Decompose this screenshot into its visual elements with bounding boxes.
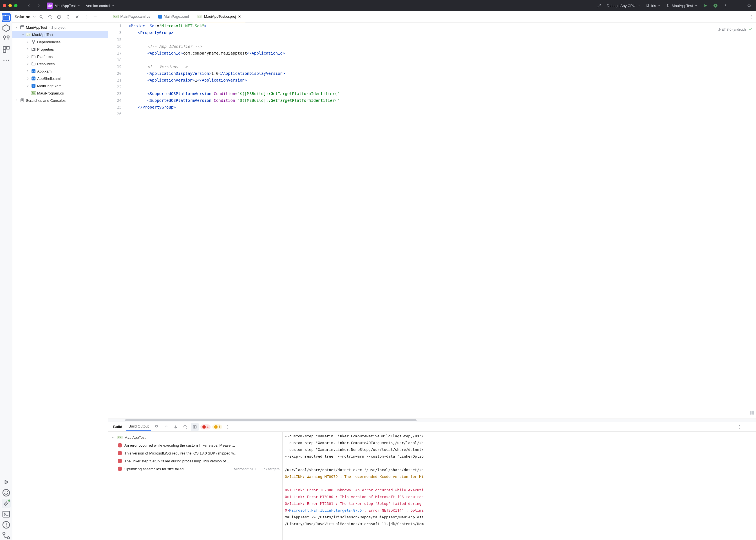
solution-tree[interactable]: MauiAppTest · 1 project C# MauiAppTest D…	[12, 23, 108, 540]
warning-count-badge[interactable]: !1	[212, 424, 222, 430]
rail-build-icon[interactable]	[2, 499, 11, 508]
rail-explorer-icon[interactable]	[2, 13, 11, 22]
tree-item[interactable]: Properties	[12, 46, 108, 53]
rail-packages-icon[interactable]	[2, 45, 11, 54]
build-error-row[interactable]: !This version of Microsoft.iOS requires …	[108, 449, 282, 457]
run-config-label: Debug | Any CPU	[607, 4, 636, 8]
build-header: Build Build Output !4 !1	[108, 422, 756, 432]
svg-point-40	[227, 428, 228, 428]
search-button[interactable]	[745, 2, 753, 10]
minimize-window[interactable]	[8, 4, 12, 7]
prev-icon[interactable]	[162, 423, 170, 431]
solution-root-label: MauiAppTest	[26, 25, 47, 30]
build-output-tab[interactable]: Build Output	[126, 423, 151, 431]
scratches-icon	[20, 98, 25, 103]
nav-back-button[interactable]	[25, 2, 33, 10]
run-config-dropdown[interactable]: Debug | Any CPU	[605, 3, 642, 9]
locate-file-icon[interactable]	[37, 13, 45, 21]
tree-item[interactable]: Dependencies	[12, 38, 108, 46]
rail-terminal-icon[interactable]	[2, 510, 11, 519]
rail-unit-tests-icon[interactable]	[2, 34, 11, 43]
build-tree-root[interactable]: C# MauiAppTest	[108, 433, 282, 441]
tool-rail	[0, 11, 12, 540]
next-icon[interactable]	[172, 423, 180, 431]
svg-point-24	[86, 15, 87, 16]
scratches-node[interactable]: Scratches and Consoles	[12, 97, 108, 104]
editor-tab[interactable]: C#MainPage.xaml.cs	[109, 11, 154, 22]
run-target-dropdown[interactable]: MauiAppTest	[664, 3, 699, 9]
svg-point-26	[86, 18, 87, 18]
svg-point-34	[751, 17, 752, 17]
vcs-dropdown[interactable]: Version control	[84, 3, 116, 9]
svg-point-2	[715, 5, 717, 7]
sdk-badge: .NET 8.0 (android)	[718, 27, 753, 32]
search-tree-icon[interactable]	[46, 13, 54, 21]
build-error-row[interactable]: !An error occurred while executing the c…	[108, 441, 282, 449]
svg-point-33	[751, 15, 752, 16]
search-build-icon[interactable]	[181, 423, 189, 431]
minimap-icon	[750, 411, 754, 415]
maximize-window[interactable]	[14, 4, 17, 7]
device-dropdown[interactable]: Iris	[644, 3, 662, 9]
expand-collapse-icon[interactable]	[64, 13, 72, 21]
horizontal-scrollbar[interactable]	[108, 419, 756, 422]
debug-button[interactable]	[711, 2, 719, 10]
build-more-icon[interactable]	[224, 423, 232, 431]
svg-point-3	[725, 4, 726, 5]
hide-build-icon[interactable]	[745, 423, 753, 431]
svg-point-13	[6, 60, 7, 61]
device-label: Iris	[651, 4, 656, 8]
rail-more-icon[interactable]	[2, 56, 11, 65]
nav-forward-button[interactable]	[35, 2, 43, 10]
csproj-icon: C#	[26, 32, 31, 37]
rail-ai-icon[interactable]	[2, 488, 11, 497]
tree-item[interactable]: <>App.xaml	[12, 68, 108, 75]
build-output[interactable]: --custom-step "Xamarin.Linker.ComputeNat…	[283, 432, 756, 540]
code-editor[interactable]: 13 <Project Sdk="Microsoft.NET.Sdk"> <Pr…	[108, 23, 756, 422]
tree-item[interactable]: Platforms	[12, 53, 108, 60]
more-actions-button[interactable]	[722, 2, 729, 10]
build-errors-tree[interactable]: C# MauiAppTest !An error occurred while …	[108, 432, 283, 540]
editor-area: C#MainPage.xaml.cs<>MainPage.xamlC#MauiA…	[108, 11, 756, 540]
filter-icon[interactable]	[152, 423, 160, 431]
solution-panel: Solution MauiAppTest · 1 project C# Maui…	[12, 11, 108, 540]
project-selector[interactable]: MA MauiAppTest	[45, 1, 82, 10]
editor-tab[interactable]: C#MauiAppTest.csproj	[193, 11, 246, 22]
vcs-label: Version control	[86, 4, 110, 8]
tree-item[interactable]: Resources	[12, 60, 108, 68]
run-button[interactable]	[701, 2, 709, 10]
error-count-badge[interactable]: !4	[200, 424, 211, 430]
svg-point-39	[227, 427, 228, 427]
editor-tab[interactable]: <>MainPage.xaml	[154, 11, 193, 22]
rail-run-tool-icon[interactable]	[2, 477, 11, 486]
minimize-panel-icon[interactable]	[91, 13, 99, 21]
close-panel-icon[interactable]	[73, 13, 81, 21]
build-tab[interactable]: Build	[111, 424, 125, 430]
svg-rect-27	[21, 26, 24, 29]
add-icon[interactable]	[55, 13, 63, 21]
attach-icon[interactable]	[595, 2, 603, 10]
panel-options-icon[interactable]	[82, 13, 90, 21]
build-error-row[interactable]: !Optimizing assemblies for size failed.……	[108, 465, 282, 473]
svg-point-38	[227, 425, 228, 426]
build-error-row[interactable]: !The linker step 'Setup' failed during p…	[108, 457, 282, 465]
titlebar: MA MauiAppTest Version control Debug | A…	[0, 0, 756, 11]
rail-structure-icon[interactable]	[2, 24, 11, 33]
tree-item[interactable]: <>AppShell.xaml	[12, 75, 108, 82]
tree-item[interactable]: <>MainPage.xaml	[12, 82, 108, 89]
solution-root[interactable]: MauiAppTest · 1 project	[12, 24, 108, 31]
project-node[interactable]: C# MauiAppTest	[12, 31, 108, 38]
tabs-more-icon[interactable]	[748, 11, 756, 22]
svg-rect-11	[3, 50, 6, 52]
run-target-label: MauiAppTest	[672, 4, 693, 8]
tree-item[interactable]: C#MauiProgram.cs	[12, 89, 108, 97]
rail-problems-icon[interactable]	[2, 520, 11, 529]
toggle-view-icon[interactable]	[191, 423, 199, 431]
build-options-icon[interactable]	[736, 423, 744, 431]
close-tab-icon[interactable]	[238, 15, 242, 19]
svg-point-25	[86, 17, 87, 17]
close-window[interactable]	[3, 4, 6, 7]
app-name: MauiAppTest	[55, 4, 76, 8]
rail-vcs-icon[interactable]	[2, 531, 11, 540]
svg-rect-9	[3, 47, 6, 49]
